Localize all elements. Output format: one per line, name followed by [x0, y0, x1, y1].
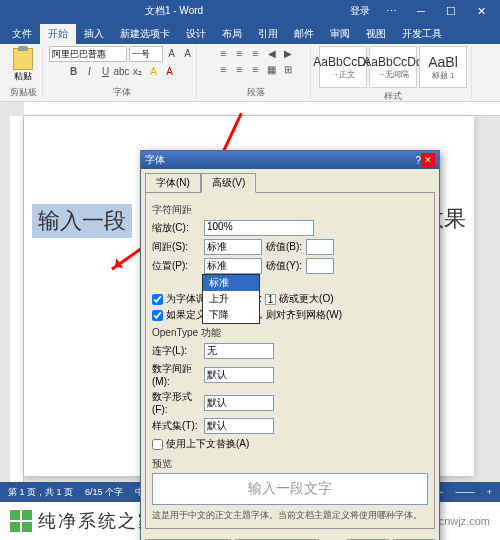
highlight-button[interactable]: A	[147, 64, 161, 78]
kerning-value-input[interactable]	[265, 294, 276, 305]
italic-button[interactable]: I	[83, 64, 97, 78]
contextual-label: 使用上下文替换(A)	[166, 437, 249, 451]
numform-select[interactable]: 默认	[204, 395, 274, 411]
shading-button[interactable]: ▦	[265, 62, 279, 76]
spacing-select[interactable]: 标准	[204, 239, 262, 255]
tab-custom[interactable]: 新建选项卡	[112, 24, 178, 44]
multilevel-button[interactable]: ≡	[249, 46, 263, 60]
tab-references[interactable]: 引用	[250, 24, 286, 44]
bullets-button[interactable]: ≡	[217, 46, 231, 60]
section-opentype: OpenType 功能	[152, 326, 428, 340]
maximize-button[interactable]: ☐	[436, 0, 466, 22]
paste-button[interactable]: 粘贴	[8, 48, 38, 83]
position-dropdown: 标准 上升 下降	[202, 274, 260, 324]
indent-dec-button[interactable]: ◀	[265, 46, 279, 60]
ribbon-options-icon[interactable]: ⋯	[376, 0, 406, 22]
style-heading1[interactable]: AaBl标题 1	[419, 46, 467, 88]
borders-button[interactable]: ⊞	[281, 62, 295, 76]
subscript-button[interactable]: x₂	[131, 64, 145, 78]
font-size-select[interactable]: 一号	[129, 46, 163, 62]
numbering-button[interactable]: ≡	[233, 46, 247, 60]
ruler-vertical[interactable]	[10, 116, 24, 482]
zoom-slider[interactable]: ───	[456, 487, 475, 497]
tab-view[interactable]: 视图	[358, 24, 394, 44]
style-nospacing[interactable]: AaBbCcDd→无间隔	[369, 46, 417, 88]
strike-button[interactable]: abc	[115, 64, 129, 78]
numspacing-label: 数字间距(M):	[152, 362, 200, 387]
font-color-button[interactable]: A	[163, 64, 177, 78]
preview-label: 预览	[152, 457, 428, 471]
tab-layout[interactable]: 布局	[214, 24, 250, 44]
status-page[interactable]: 第 1 页，共 1 页	[8, 486, 73, 499]
dialog-close-button[interactable]: ✕	[421, 153, 435, 167]
tab-mail[interactable]: 邮件	[286, 24, 322, 44]
numspacing-select[interactable]: 默认	[204, 367, 274, 383]
group-clipboard-label: 剪贴板	[8, 84, 38, 99]
contextual-checkbox[interactable]	[152, 439, 163, 450]
document-title: 文档1 - Word	[145, 4, 203, 18]
close-button[interactable]: ✕	[466, 0, 496, 22]
spacing-pt-input[interactable]	[306, 239, 334, 255]
ribbon: 粘贴 剪贴板 阿里巴巴普惠 一号 A A B I U abc x₂ A A 字体	[0, 44, 500, 102]
ruler-horizontal[interactable]	[24, 102, 500, 116]
window-titlebar: 文档1 - Word 登录 ⋯ ─ ☐ ✕	[0, 0, 500, 22]
align-left-button[interactable]: ≡	[217, 62, 231, 76]
dialog-titlebar[interactable]: 字体 ? ✕	[141, 151, 439, 169]
position-opt-raised[interactable]: 上升	[203, 291, 259, 307]
style-normal[interactable]: AaBbCcDd→正文	[319, 46, 367, 88]
align-center-button[interactable]: ≡	[233, 62, 247, 76]
preview-box: 输入一段文字	[152, 473, 428, 505]
brand-logo-icon	[10, 510, 32, 532]
tab-design[interactable]: 设计	[178, 24, 214, 44]
zoom-in-button[interactable]: +	[487, 487, 492, 497]
section-char-spacing: 字符间距	[152, 203, 428, 217]
dialog-tab-font[interactable]: 字体(N)	[145, 173, 201, 193]
tab-file[interactable]: 文件	[4, 24, 40, 44]
ligatures-label: 连字(L):	[152, 344, 200, 358]
group-paragraph-label: 段落	[205, 84, 306, 99]
grow-font-icon[interactable]: A	[165, 46, 179, 60]
position-label: 位置(P):	[152, 259, 200, 273]
position-pt-label: 磅值(Y):	[266, 259, 302, 273]
ribbon-tabs: 文件 开始 插入 新建选项卡 设计 布局 引用 邮件 审阅 视图 开发工具	[0, 22, 500, 44]
tab-home[interactable]: 开始	[40, 24, 76, 44]
indent-inc-button[interactable]: ▶	[281, 46, 295, 60]
numform-label: 数字形式(F):	[152, 390, 200, 415]
spacing-label: 间距(S):	[152, 240, 200, 254]
ligatures-select[interactable]: 无	[204, 343, 274, 359]
position-select[interactable]: 标准	[204, 258, 262, 274]
align-right-button[interactable]: ≡	[249, 62, 263, 76]
underline-button[interactable]: U	[99, 64, 113, 78]
selected-text[interactable]: 输入一段	[32, 204, 132, 238]
spacing-pt-label: 磅值(B):	[266, 240, 302, 254]
styleset-label: 样式集(T):	[152, 419, 200, 433]
dialog-title: 字体	[145, 153, 165, 167]
kerning-checkbox[interactable]	[152, 294, 163, 305]
scale-select[interactable]: 100%	[204, 220, 314, 236]
login-link[interactable]: 登录	[344, 4, 376, 18]
minimize-button[interactable]: ─	[406, 0, 436, 22]
snap-grid-checkbox[interactable]	[152, 310, 163, 321]
tab-review[interactable]: 审阅	[322, 24, 358, 44]
status-words[interactable]: 6/15 个字	[85, 486, 123, 499]
preview-note: 这是用于中文的正文主题字体。当前文档主题定义将使用哪种字体。	[152, 509, 428, 522]
group-font-label: 字体	[51, 84, 192, 99]
font-dialog: 字体 ? ✕ 字体(N) 高级(V) 字符间距 缩放(C): 100% 间距(S…	[140, 150, 440, 540]
dialog-body: 字符间距 缩放(C): 100% 间距(S): 标准 磅值(B): 位置(P):…	[145, 192, 435, 529]
scale-label: 缩放(C):	[152, 221, 200, 235]
tab-dev[interactable]: 开发工具	[394, 24, 450, 44]
position-opt-normal[interactable]: 标准	[203, 275, 259, 291]
tab-insert[interactable]: 插入	[76, 24, 112, 44]
dialog-tab-advanced[interactable]: 高级(V)	[201, 173, 256, 193]
bold-button[interactable]: B	[67, 64, 81, 78]
position-opt-lowered[interactable]: 下降	[203, 307, 259, 323]
styleset-select[interactable]: 默认	[204, 418, 274, 434]
position-pt-input[interactable]	[306, 258, 334, 274]
group-styles-label: 样式	[319, 88, 467, 103]
kerning-unit: 磅或更大(O)	[279, 292, 333, 306]
font-name-select[interactable]: 阿里巴巴普惠	[49, 46, 127, 62]
shrink-font-icon[interactable]: A	[181, 46, 195, 60]
clipboard-icon	[13, 48, 33, 70]
paste-label: 粘贴	[14, 70, 32, 83]
